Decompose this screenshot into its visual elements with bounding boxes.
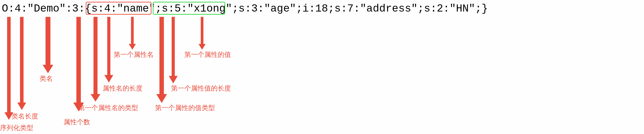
label-first-attr-name: 第一个属性名 [114,50,154,59]
label-attr-name-len: 属性名的长度 [102,84,142,93]
highlight-box-attr-value [153,2,225,15]
label-attr-count: 属性个数 [64,118,90,127]
serialized-code: O:4:"Demo":3:{s:4:"name";s:5:"x1ong";s:3… [2,3,488,15]
label-first-attr-name-type: 第一个属性名的类型 [78,103,138,113]
highlight-box-attr-name [86,2,152,15]
label-first-attr-value-type: 第一个属性的值类型 [155,103,215,113]
label-first-attr-value-len: 第一个属性值的长度 [171,84,231,93]
label-classname: 类名 [40,74,53,83]
label-first-attr-value: 第一个属性的值 [184,50,231,59]
label-serial-type: 序列化类型 [0,123,33,133]
label-classname-len: 类名长度 [12,112,38,121]
